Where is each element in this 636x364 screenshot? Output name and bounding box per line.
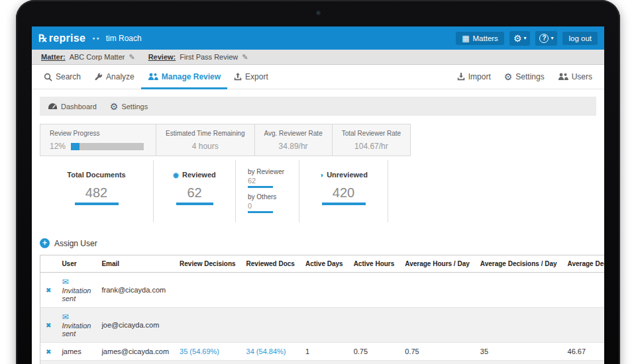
active-hours-cell: 0.5 [348, 361, 400, 364]
stage: ℞ reprise ●● tim Roach ▦ Matters ⚙ ▾ ? ▾ [0, 0, 636, 364]
summary-stats: Review Progress 12% Estimated Time Remai… [40, 124, 596, 156]
email-cell: frank@cicayda.com [96, 273, 174, 308]
invitation-status: Invitation sent [62, 322, 91, 338]
progress-fill [71, 143, 80, 150]
estimated-time-value: 4 hours [166, 142, 245, 151]
content-area: Dashboard ⚙ Settings Review Progress 12% [32, 97, 604, 364]
tab-manage-review[interactable]: Manage Review [141, 65, 227, 89]
tab-search[interactable]: Search [37, 65, 87, 89]
table-row: ✖ james james@cicayda.com 35 (54.69%) 34… [40, 343, 605, 361]
table-header-row: User Email Review Decisions Reviewed Doc… [40, 255, 605, 273]
settings-menu-button[interactable]: ⚙ ▾ [509, 31, 531, 46]
active-days-cell: 1 [300, 343, 348, 361]
main-nav: Search Analyze Manage Review Export Impo… [32, 65, 604, 89]
avg-decisions-hour-cell: 36 [562, 361, 604, 364]
document-counters: Total Documents 482 ◉ Reviewed 62 by Rev… [40, 160, 596, 222]
by-others-label: by Others [248, 193, 287, 201]
assign-user-button[interactable]: + Assign User [40, 238, 97, 248]
user-cell: ✉Invitation sent [56, 273, 96, 308]
table-row: ✖ ✉Invitation sent joe@cicayda.com [40, 308, 605, 343]
remove-user-button[interactable]: ✖ [40, 361, 57, 364]
tab-label: Manage Review [162, 72, 221, 81]
subnav-settings[interactable]: ⚙ Settings [110, 102, 148, 111]
avg-decisions-hour-cell [562, 273, 604, 308]
logo-text: reprise [49, 32, 85, 44]
counter-underline [248, 186, 273, 188]
remove-user-button[interactable]: ✖ [40, 343, 57, 361]
avg-decisions-day-cell [475, 308, 562, 343]
help-menu-button[interactable]: ? ▾ [535, 31, 557, 46]
active-days-cell [300, 308, 348, 343]
review-progress-label: Review Progress [50, 130, 146, 137]
logo-dots-icon: ●● [92, 36, 100, 40]
header-review-decisions: Review Decisions [174, 255, 240, 273]
total-documents-value: 482 [54, 185, 138, 201]
by-reviewer-label: by Reviewer [248, 168, 287, 175]
edit-matter-icon[interactable]: ✎ [129, 53, 134, 62]
avg-decisions-hour-cell: 46.67 [562, 343, 604, 361]
reviewed-docs-cell [241, 308, 300, 343]
envelope-icon: ✉ [62, 277, 68, 287]
search-icon [44, 73, 52, 81]
reviewed-docs-link[interactable]: 34 (54.84%) [241, 343, 300, 361]
breadcrumb: Matter: ABC Corp Matter ✎ Review: First … [32, 50, 604, 65]
assign-user-label: Assign User [54, 239, 97, 248]
avg-decisions-hour-cell [562, 308, 604, 343]
unreviewed-value: 420 [314, 185, 373, 201]
import-icon [457, 73, 465, 81]
email-cell: joe@cicayda.com [96, 308, 174, 343]
gear-icon: ⚙ [513, 34, 522, 43]
people-icon [558, 73, 568, 81]
users-button[interactable]: Users [551, 65, 599, 89]
tab-analyze[interactable]: Analyze [87, 65, 141, 89]
header-avg-hours-day: Average Hours / Day [399, 255, 474, 273]
grid-icon: ▦ [462, 34, 469, 42]
header-reviewed-docs: Reviewed Docs [241, 255, 300, 273]
subnav-dashboard[interactable]: Dashboard [48, 103, 97, 111]
app-window: ℞ reprise ●● tim Roach ▦ Matters ⚙ ▾ ? ▾ [32, 26, 604, 364]
by-others-value: 0 [248, 202, 287, 210]
gear-icon: ⚙ [110, 102, 119, 111]
total-reviewer-rate-card: Total Reviewer Rate 104.67/hr [333, 124, 411, 156]
import-label: Import [468, 72, 491, 81]
header-active-days: Active Days [300, 255, 348, 273]
avg-decisions-day-cell [475, 273, 562, 308]
header-avg-decisions-hour: Average Decisions / Hour [562, 255, 604, 273]
review-decisions-link[interactable]: 35 (54.69%) [174, 343, 240, 361]
gauge-icon [48, 103, 58, 110]
logout-button[interactable]: log out [562, 32, 598, 45]
reviewed-label: Reviewed [182, 171, 216, 179]
active-days-cell [300, 273, 348, 308]
header-remove [40, 255, 57, 273]
reviewed-docs-cell [241, 273, 300, 308]
edit-review-icon[interactable]: ✎ [242, 53, 248, 62]
estimated-time-card: Estimated Time Remaining 4 hours [156, 124, 255, 156]
avg-reviewer-rate-card: Avg. Reviewer Rate 34.89/hr [255, 124, 333, 156]
unreviewed-counter: ◑ Unreviewed 420 [299, 160, 388, 222]
header-avg-decisions-day: Average Decisions / Day [475, 255, 562, 273]
active-days-cell: 1 [300, 361, 348, 364]
remove-user-button[interactable]: ✖ [40, 308, 57, 343]
reviewers-table: User Email Review Decisions Reviewed Doc… [40, 255, 604, 364]
review-decisions-link[interactable]: 18 (28.13%) [174, 361, 240, 364]
logo-mark-icon: ℞ [38, 32, 48, 44]
import-button[interactable]: Import [450, 65, 498, 89]
remove-user-button[interactable]: ✖ [40, 273, 57, 308]
settings-label: Settings [515, 72, 544, 81]
settings-button[interactable]: ⚙ Settings [498, 65, 551, 89]
review-decisions-cell [174, 308, 240, 343]
matters-button[interactable]: ▦ Matters [456, 32, 504, 45]
matters-button-label: Matters [473, 34, 498, 42]
total-reviewer-rate-label: Total Reviewer Rate [342, 130, 401, 137]
tab-export[interactable]: Export [227, 65, 275, 89]
by-reviewer-value: 62 [248, 177, 287, 185]
reviewed-docs-link[interactable]: 17 (27.42%) [241, 361, 300, 364]
subnav-label: Dashboard [61, 103, 97, 111]
reviewed-icon: ◉ [173, 171, 179, 179]
avg-hours-day-cell [399, 308, 474, 343]
counter-underline [248, 211, 273, 213]
chevron-down-icon: ▾ [551, 36, 553, 41]
total-reviewer-rate-value: 104.67/hr [342, 142, 401, 151]
app-logo: ℞ reprise [38, 32, 85, 44]
unreviewed-label: Unreviewed [327, 171, 368, 179]
